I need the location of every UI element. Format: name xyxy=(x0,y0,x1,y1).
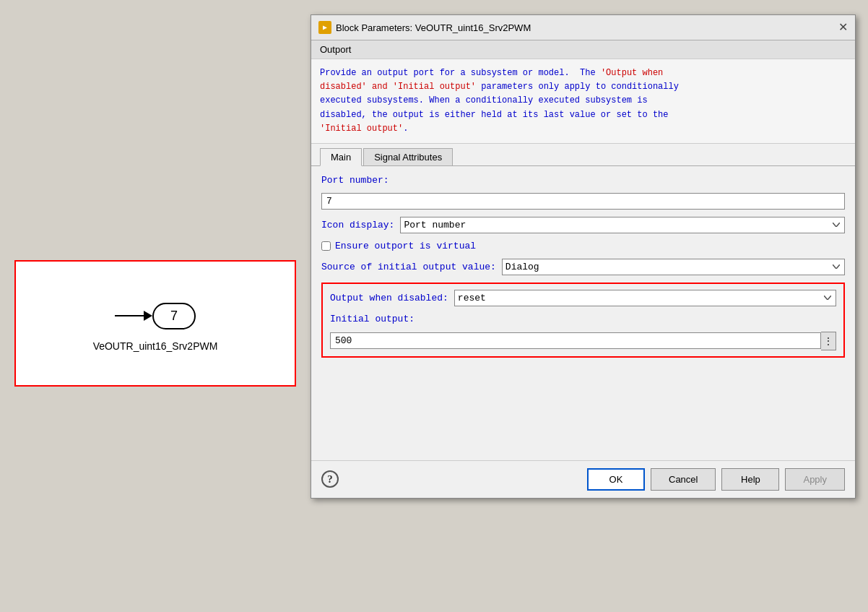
ensure-virtual-checkbox[interactable] xyxy=(321,241,331,251)
source-initial-label: Source of initial output value: xyxy=(321,262,496,272)
block-number: 7 xyxy=(170,309,178,323)
dialog-footer: ? OK Cancel Help Apply xyxy=(311,460,855,498)
cancel-button[interactable]: Cancel xyxy=(651,468,716,491)
initial-output-ellipsis-button[interactable]: ⋮ xyxy=(821,332,836,350)
desc-line2: disabled' and 'Initial output' xyxy=(320,82,476,92)
dialog-icon: ▶ xyxy=(318,21,331,34)
line-horizontal xyxy=(115,315,144,316)
tabs-area: Main Signal Attributes xyxy=(311,144,855,166)
tab-signal-attributes[interactable]: Signal Attributes xyxy=(363,148,453,165)
dialog-titlebar: ▶ Block Parameters: VeOUTR_uint16_Srv2PW… xyxy=(311,15,855,40)
close-button[interactable]: ✕ xyxy=(838,22,848,33)
footer-buttons: OK Cancel Help Apply xyxy=(587,468,845,491)
highlighted-section: Output when disabled: reset held Initial… xyxy=(321,283,845,358)
help-icon[interactable]: ? xyxy=(321,470,339,488)
params-area: Port number: Icon display: Port number S… xyxy=(311,166,855,460)
ensure-virtual-row: Ensure outport is virtual xyxy=(321,241,845,251)
apply-button[interactable]: Apply xyxy=(785,468,845,491)
initial-output-input-row: ⋮ xyxy=(330,332,836,350)
output-disabled-select[interactable]: reset held xyxy=(454,290,836,306)
section-header: Outport xyxy=(311,40,855,59)
desc-line2b: parameters only apply to conditionally xyxy=(476,82,679,92)
initial-output-label: Initial output: xyxy=(330,314,415,324)
desc-line1: Provide an output port for a subsystem o… xyxy=(320,68,663,78)
source-initial-row: Source of initial output value: Dialog I… xyxy=(321,259,845,275)
port-number-row: Port number: xyxy=(321,175,845,186)
tab-main[interactable]: Main xyxy=(320,148,362,166)
icon-display-row: Icon display: Port number Signal name Po… xyxy=(321,217,845,233)
port-number-input-row xyxy=(321,193,845,210)
dialog-title-left: ▶ Block Parameters: VeOUTR_uint16_Srv2PW… xyxy=(318,21,531,34)
block-parameters-dialog: ▶ Block Parameters: VeOUTR_uint16_Srv2PW… xyxy=(311,14,856,499)
block-label: VeOUTR_uint16_Srv2PWM xyxy=(93,340,218,352)
ensure-virtual-label: Ensure outport is virtual xyxy=(335,241,476,251)
simulink-block-panel: 7 VeOUTR_uint16_Srv2PWM xyxy=(14,260,296,387)
output-disabled-row: Output when disabled: reset held xyxy=(330,290,836,306)
source-initial-select[interactable]: Dialog Input port xyxy=(502,259,845,275)
icon-display-select[interactable]: Port number Signal name Port name xyxy=(400,217,845,233)
initial-output-input[interactable] xyxy=(330,332,821,349)
output-disabled-label: Output when disabled: xyxy=(330,293,448,303)
desc-line5: 'Initial output' xyxy=(320,124,403,134)
spacer-area xyxy=(321,365,845,452)
arrow-head xyxy=(144,311,152,321)
initial-output-label-row: Initial output: xyxy=(330,314,836,324)
desc-line5b: . xyxy=(403,124,408,134)
dialog-title-text: Block Parameters: VeOUTR_uint16_Srv2PWM xyxy=(336,22,531,33)
block-diagram: 7 VeOUTR_uint16_Srv2PWM xyxy=(16,296,295,352)
desc-line3: executed subsystems. When a conditionall… xyxy=(320,95,648,105)
port-number-label: Port number: xyxy=(321,175,389,186)
dialog-body: Outport Provide an output port for a sub… xyxy=(311,40,855,460)
arrow-line xyxy=(115,311,152,321)
desc-line4: disabled, the output is either held at i… xyxy=(320,110,668,120)
ok-button[interactable]: OK xyxy=(587,468,645,491)
help-button[interactable]: Help xyxy=(721,468,779,491)
icon-display-label: Icon display: xyxy=(321,220,394,230)
description-area: Provide an output port for a subsystem o… xyxy=(311,59,855,144)
port-number-input[interactable] xyxy=(321,193,845,210)
block-oval: 7 xyxy=(152,303,196,329)
